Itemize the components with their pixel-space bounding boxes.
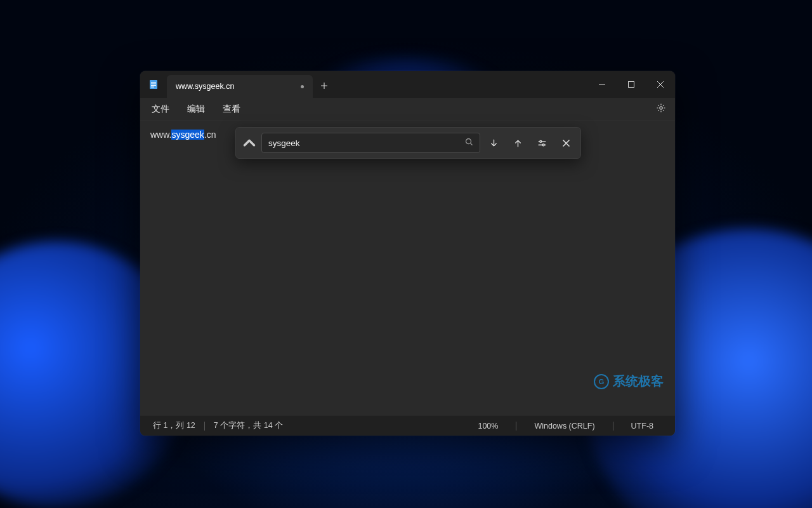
status-line-ending[interactable]: Windows (CRLF) xyxy=(525,422,603,431)
notepad-app-icon xyxy=(140,71,167,98)
menu-edit[interactable]: 编辑 xyxy=(178,100,214,119)
svg-rect-1 xyxy=(151,82,156,83)
text-editor[interactable]: www.sysgeek.cn xyxy=(140,121,675,415)
settings-button[interactable] xyxy=(650,99,672,119)
find-close-button[interactable] xyxy=(555,132,577,154)
window-controls xyxy=(587,71,675,98)
unsaved-indicator-icon xyxy=(301,85,304,88)
find-previous-button[interactable] xyxy=(507,132,528,154)
maximize-button[interactable] xyxy=(617,71,646,98)
document-tab[interactable]: www.sysgeek.cn xyxy=(167,75,313,98)
expand-replace-toggle[interactable] xyxy=(240,132,259,154)
svg-rect-2 xyxy=(151,84,156,84)
find-input-container[interactable] xyxy=(261,133,480,153)
svg-rect-5 xyxy=(629,82,634,88)
svg-point-9 xyxy=(542,144,544,145)
find-input[interactable] xyxy=(268,138,465,148)
svg-point-7 xyxy=(466,139,471,144)
status-zoom[interactable]: 100% xyxy=(469,422,507,431)
tab-title: www.sysgeek.cn xyxy=(176,82,234,91)
status-encoding[interactable]: UTF-8 xyxy=(622,422,662,431)
text-after: .cn xyxy=(204,130,216,140)
svg-point-8 xyxy=(539,140,541,142)
svg-rect-4 xyxy=(151,87,154,88)
find-bar xyxy=(235,127,581,159)
watermark-logo-icon: G xyxy=(594,374,609,389)
menu-view[interactable]: 查看 xyxy=(214,100,249,119)
close-button[interactable] xyxy=(646,71,675,98)
svg-rect-3 xyxy=(151,85,156,86)
titlebar[interactable]: www.sysgeek.cn xyxy=(140,71,675,98)
notepad-window: www.sysgeek.cn 文件 编辑 查看 www.sysgeek.cn xyxy=(140,71,675,436)
menu-file[interactable]: 文件 xyxy=(143,100,178,119)
watermark-text: 系统极客 xyxy=(613,373,664,390)
text-before: www. xyxy=(150,130,171,140)
text-highlighted: sysgeek xyxy=(171,130,204,140)
watermark: G 系统极客 xyxy=(594,373,664,390)
status-char-count: 7 个字符，共 14 个 xyxy=(214,420,283,431)
menubar: 文件 编辑 查看 xyxy=(140,98,675,121)
new-tab-button[interactable] xyxy=(313,74,336,98)
status-cursor-position: 行 1，列 12 xyxy=(153,420,195,431)
status-bar: 行 1，列 12 7 个字符，共 14 个 100% Windows (CRLF… xyxy=(140,415,675,436)
minimize-button[interactable] xyxy=(587,71,617,98)
find-options-button[interactable] xyxy=(531,132,553,154)
svg-rect-0 xyxy=(150,80,157,89)
search-icon xyxy=(465,138,473,148)
find-next-button[interactable] xyxy=(483,132,504,154)
svg-point-6 xyxy=(660,106,662,109)
